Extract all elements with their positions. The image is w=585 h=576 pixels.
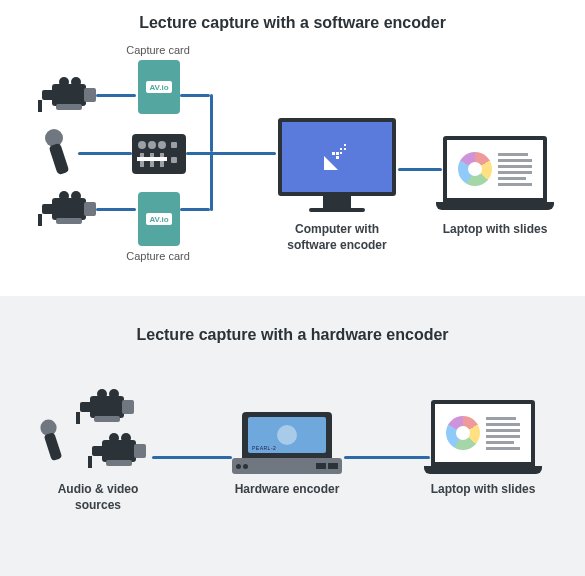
- svg-point-12: [59, 191, 69, 201]
- svg-rect-17: [332, 152, 335, 155]
- connection-line: [180, 94, 210, 97]
- svg-rect-35: [134, 444, 146, 458]
- svg-point-3: [59, 77, 69, 87]
- laptop-icon: [424, 400, 542, 474]
- connection-line: [78, 152, 132, 155]
- svg-rect-14: [56, 218, 82, 224]
- svg-marker-39: [88, 456, 92, 468]
- svg-rect-8: [49, 143, 70, 175]
- svg-marker-15: [38, 214, 42, 226]
- svg-rect-18: [336, 152, 339, 155]
- svg-marker-32: [76, 412, 80, 424]
- card-brand-label: AV.io: [146, 213, 172, 225]
- pie-chart-icon: [458, 152, 492, 186]
- svg-rect-20: [340, 148, 342, 150]
- svg-point-4: [71, 77, 81, 87]
- microphone-icon: [40, 419, 67, 468]
- laptop-label: Laptop with slides: [424, 482, 542, 498]
- connection-line: [180, 208, 210, 211]
- capture-card-icon: AV.io: [138, 60, 180, 114]
- pie-chart-icon: [446, 416, 480, 450]
- capture-card-icon: AV.io: [138, 192, 180, 246]
- svg-rect-26: [90, 396, 124, 418]
- connection-line: [96, 94, 136, 97]
- svg-rect-22: [344, 148, 346, 150]
- camera-icon: [74, 388, 136, 426]
- svg-rect-31: [94, 416, 120, 422]
- panel-title: Lecture capture with a software encoder: [0, 0, 585, 32]
- connection-line: [344, 456, 430, 459]
- svg-point-29: [97, 389, 107, 399]
- svg-rect-33: [102, 440, 136, 462]
- svg-rect-34: [92, 446, 104, 456]
- svg-point-36: [109, 433, 119, 443]
- camera-icon: [36, 76, 98, 114]
- svg-rect-0: [52, 84, 86, 106]
- svg-point-30: [109, 389, 119, 399]
- connection-line: [210, 94, 213, 152]
- software-encoder-diagram: Lecture capture with a software encoder …: [0, 0, 585, 296]
- capture-card-label-bottom: Capture card: [118, 250, 198, 262]
- svg-marker-6: [38, 100, 42, 112]
- hardware-encoder-icon: PEARL-2: [232, 412, 342, 474]
- connection-line: [96, 208, 136, 211]
- microphone-icon: [44, 128, 74, 182]
- connection-line: [398, 168, 442, 171]
- panel-title: Lecture capture with a hardware encoder: [0, 296, 585, 344]
- svg-rect-25: [44, 432, 63, 461]
- svg-point-13: [71, 191, 81, 201]
- connection-line: [152, 456, 232, 459]
- audio-mixer-icon: [132, 134, 186, 174]
- svg-rect-5: [56, 104, 82, 110]
- camera-icon: [86, 432, 148, 470]
- connection-line: [210, 152, 213, 211]
- svg-rect-28: [122, 400, 134, 414]
- monitor-label: Computer with software encoder: [278, 222, 396, 253]
- svg-rect-2: [84, 88, 96, 102]
- svg-rect-19: [336, 156, 339, 159]
- capture-card-label-top: Capture card: [118, 44, 198, 56]
- svg-rect-38: [106, 460, 132, 466]
- svg-point-24: [40, 420, 56, 436]
- laptop-icon: [436, 136, 554, 210]
- svg-rect-21: [340, 152, 342, 154]
- sources-label: Audio & video sources: [48, 482, 148, 513]
- svg-point-37: [121, 433, 131, 443]
- svg-rect-1: [42, 90, 54, 100]
- monitor-icon: [278, 118, 396, 212]
- camera-icon: [36, 190, 98, 228]
- laptop-label: Laptop with slides: [436, 222, 554, 238]
- svg-rect-27: [80, 402, 92, 412]
- encoder-label: Hardware encoder: [228, 482, 346, 498]
- svg-marker-16: [324, 156, 338, 170]
- hardware-encoder-diagram: Lecture capture with a hardware encoder …: [0, 296, 585, 576]
- svg-point-7: [45, 129, 63, 147]
- connection-line: [186, 152, 276, 155]
- svg-rect-11: [84, 202, 96, 216]
- svg-rect-9: [52, 198, 86, 220]
- card-brand-label: AV.io: [146, 81, 172, 93]
- svg-rect-23: [344, 144, 346, 146]
- svg-rect-10: [42, 204, 54, 214]
